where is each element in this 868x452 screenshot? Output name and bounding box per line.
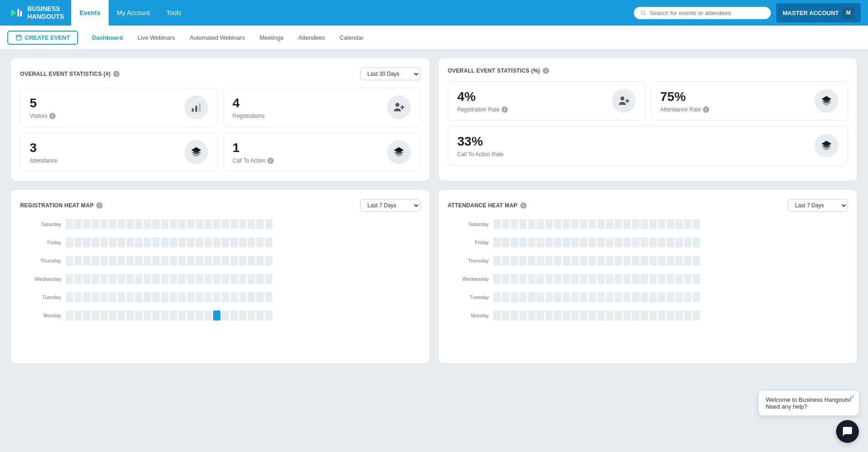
heatmap-cell bbox=[693, 310, 700, 321]
heatmap-row-friday: Friday bbox=[25, 237, 420, 247]
heatmap-cell bbox=[563, 292, 570, 302]
stat-attendance-rate: 75% Attendance Rate i bbox=[651, 81, 848, 121]
registration-rate-info-icon[interactable]: i bbox=[502, 106, 508, 113]
attendance-heatmap-card: ATTENDANCE HEAT MAP i Last 7 Days Last 3… bbox=[439, 190, 857, 363]
heatmap-cell bbox=[571, 237, 579, 247]
att-heatmap-row-thursday: Thursday bbox=[452, 256, 848, 266]
heatmap-cell bbox=[239, 292, 246, 302]
stat-call-to-action: 1 Call To Action i bbox=[223, 132, 421, 172]
count-stats-info-icon[interactable]: i bbox=[113, 71, 120, 77]
sub-tab-live-webinars[interactable]: Live Webinars bbox=[131, 32, 181, 44]
chat-open-button[interactable] bbox=[836, 420, 859, 443]
heatmap-cell bbox=[196, 256, 203, 266]
heatmap-cell bbox=[196, 237, 203, 247]
heatmap-cell bbox=[92, 310, 99, 321]
heatmap-cell bbox=[667, 310, 674, 321]
attendance-rate-info-icon[interactable]: i bbox=[703, 106, 709, 113]
heatmap-cell bbox=[178, 219, 186, 229]
heatmap-cell bbox=[658, 310, 665, 321]
sub-tab-meetings[interactable]: Meetings bbox=[253, 32, 290, 44]
heatmap-cell bbox=[118, 256, 125, 266]
heatmap-cell bbox=[528, 219, 535, 229]
reg-heatmap-info-icon[interactable]: i bbox=[96, 202, 103, 209]
svg-rect-12 bbox=[199, 103, 200, 111]
chat-widget: ✕ Welcome to Business Hangouts! Need any… bbox=[758, 391, 859, 443]
chat-bubble: ✕ Welcome to Business Hangouts! Need any… bbox=[758, 391, 859, 415]
heatmap-cell bbox=[213, 292, 220, 302]
nav-tab-events[interactable]: Events bbox=[71, 0, 109, 26]
heatmap-cell bbox=[649, 274, 657, 284]
nav-tab-tools[interactable]: Tools bbox=[158, 0, 189, 26]
heatmap-cell bbox=[580, 219, 587, 229]
heatmap-cell bbox=[66, 237, 73, 247]
create-event-button[interactable]: CREATE EVENT bbox=[7, 31, 78, 45]
heatmap-cell bbox=[144, 292, 151, 302]
heatmap-cell bbox=[135, 310, 142, 321]
heatmap-cell bbox=[256, 256, 264, 266]
att-heatmap-info-icon[interactable]: i bbox=[520, 202, 527, 209]
heatmap-cell bbox=[222, 256, 229, 266]
heatmap-cell bbox=[684, 256, 691, 266]
att-heatmap-dropdown[interactable]: Last 7 Days Last 30 Days bbox=[788, 199, 848, 212]
registrations-value: 4 bbox=[233, 95, 265, 111]
heatmap-cell bbox=[178, 292, 186, 302]
heatmap-cell bbox=[187, 219, 194, 229]
heatmap-cell bbox=[256, 274, 264, 284]
heatmap-cell bbox=[511, 219, 518, 229]
heatmap-cell bbox=[161, 237, 168, 247]
heatmap-cell bbox=[563, 274, 570, 284]
sub-tab-attendees[interactable]: Attendees bbox=[292, 32, 331, 44]
heatmap-cell bbox=[230, 237, 238, 247]
heatmap-cell bbox=[606, 256, 613, 266]
heatmap-cell bbox=[554, 256, 561, 266]
heatmap-row-wednesday: Wednesday bbox=[25, 274, 420, 284]
visitors-info-icon[interactable]: i bbox=[49, 113, 56, 119]
heatmap-cell bbox=[528, 256, 535, 266]
heatmap-cell bbox=[170, 274, 177, 284]
sub-tab-dashboard[interactable]: Dashboard bbox=[85, 32, 129, 44]
cta-info-icon[interactable]: i bbox=[267, 158, 274, 164]
heatmap-cell bbox=[92, 256, 99, 266]
heatmap-cell bbox=[641, 219, 648, 229]
pct-stats-info-icon[interactable]: i bbox=[543, 68, 549, 74]
master-account-button[interactable]: MASTER ACCOUNT M bbox=[776, 3, 861, 22]
heatmap-cell bbox=[74, 310, 82, 321]
heatmap-cell bbox=[256, 219, 264, 229]
heatmap-cell bbox=[658, 219, 665, 229]
count-stats-grid: 5 Visitors i bbox=[20, 88, 420, 172]
heatmap-cell bbox=[597, 274, 605, 284]
heatmap-cell bbox=[554, 310, 561, 321]
heatmap-cell bbox=[144, 274, 151, 284]
heatmap-cell bbox=[589, 274, 596, 284]
reg-heatmap-dropdown[interactable]: Last 7 Days Last 30 Days bbox=[361, 199, 420, 212]
heatmap-cell bbox=[528, 237, 535, 247]
heatmap-cell bbox=[248, 310, 255, 321]
heatmap-cell bbox=[100, 256, 108, 266]
heatmap-cell bbox=[230, 256, 238, 266]
heatmap-cell bbox=[152, 310, 160, 321]
heatmap-cell bbox=[519, 256, 527, 266]
layers-icon-4 bbox=[821, 140, 832, 152]
brand-name: BUSINESS HANGOUTS bbox=[27, 5, 64, 21]
chat-close-button[interactable]: ✕ bbox=[850, 394, 855, 400]
heatmap-cell bbox=[649, 256, 657, 266]
heatmap-cell bbox=[597, 292, 605, 302]
heatmap-cell bbox=[135, 237, 142, 247]
master-avatar: M bbox=[842, 7, 854, 19]
heatmap-cell bbox=[66, 310, 73, 321]
heatmap-cell bbox=[170, 292, 177, 302]
heatmap-cell bbox=[66, 292, 73, 302]
svg-rect-2 bbox=[17, 9, 19, 16]
sub-tab-calendar[interactable]: Calendar bbox=[333, 32, 370, 44]
count-stats-dropdown[interactable]: Last 30 Days Last 7 Days Last 90 Days Al… bbox=[361, 68, 420, 80]
sub-tab-automated-webinars[interactable]: Automated Webinars bbox=[183, 32, 251, 44]
att-heatmap-row-wednesday: Wednesday bbox=[452, 274, 848, 284]
attendance-icon-circle bbox=[184, 140, 208, 164]
heatmap-cell bbox=[265, 237, 272, 247]
cta-value: 1 bbox=[233, 140, 274, 156]
heatmap-cell bbox=[100, 219, 108, 229]
nav-tab-my-account[interactable]: My Account bbox=[109, 0, 158, 26]
svg-point-22 bbox=[620, 96, 624, 100]
search-input[interactable] bbox=[650, 10, 764, 16]
heatmap-cell bbox=[230, 292, 238, 302]
